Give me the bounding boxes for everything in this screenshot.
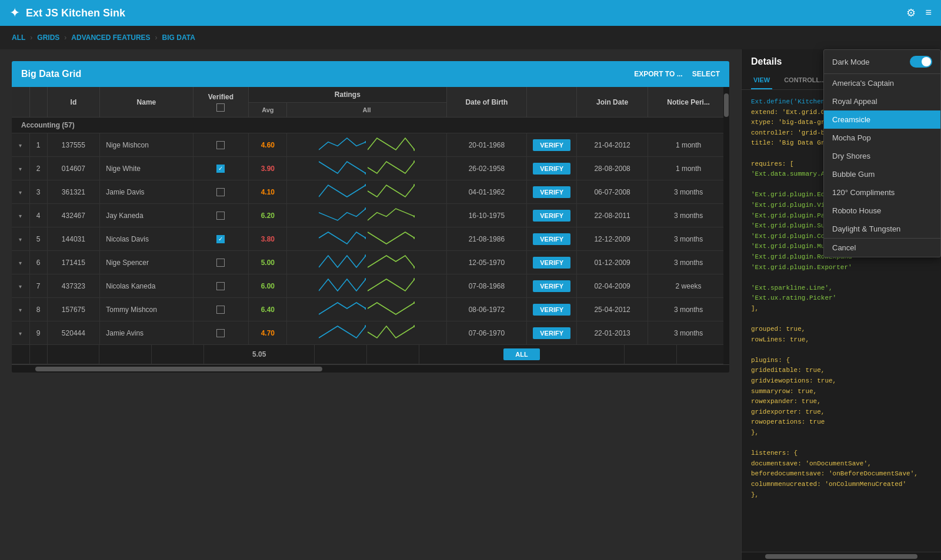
col-header-joindate: Join Date xyxy=(577,87,648,118)
row-id: 432467 xyxy=(47,204,100,227)
cancel-button[interactable]: Cancel xyxy=(824,238,940,257)
row-num: 7 xyxy=(29,274,47,298)
table-row: ▾ 9 520444 Jamie Avins 4.70 07-06-1970 V… xyxy=(12,321,729,345)
expand-cell[interactable]: ▾ xyxy=(12,274,29,298)
export-button[interactable]: EXPORT TO ... xyxy=(634,70,682,78)
breadcrumb-grids[interactable]: GRIDS xyxy=(37,33,59,42)
row-verify-btn[interactable]: VERIFY xyxy=(527,321,577,345)
row-num: 1 xyxy=(29,133,47,157)
verified-checkbox[interactable] xyxy=(216,212,225,220)
row-id: 157675 xyxy=(47,298,100,321)
summary-avg: 5.05 xyxy=(204,345,315,364)
menu-icon[interactable]: ≡ xyxy=(925,6,932,19)
verified-checkbox[interactable] xyxy=(216,141,225,149)
row-id: 361321 xyxy=(47,180,100,204)
dropdown-item[interactable]: Mocha Pop xyxy=(824,129,940,147)
row-verify-btn[interactable]: VERIFY xyxy=(527,274,577,298)
row-verified xyxy=(193,180,249,204)
row-verified xyxy=(193,298,249,321)
row-verify-btn[interactable]: VERIFY xyxy=(527,180,577,204)
row-joindate: 28-08-2008 xyxy=(577,157,648,180)
grid-header: Big Data Grid EXPORT TO ... SELECT xyxy=(12,61,729,87)
row-joindate: 25-04-2012 xyxy=(577,298,648,321)
verified-checkbox[interactable]: ✓ xyxy=(216,235,225,243)
dropdown-item[interactable]: Royal Appeal xyxy=(824,92,940,110)
row-notice: 3 months xyxy=(648,227,729,251)
row-verify-btn[interactable]: VERIFY xyxy=(527,204,577,227)
col-header-notice: Notice Peri... xyxy=(648,87,729,118)
row-sparkline xyxy=(287,321,446,345)
col-header-expand xyxy=(12,87,29,118)
dropdown-item[interactable]: Creamsicle xyxy=(824,110,940,129)
horizontal-scrollbar[interactable] xyxy=(12,364,729,373)
expand-cell[interactable]: ▾ xyxy=(12,180,29,204)
verified-checkbox[interactable] xyxy=(216,259,225,267)
row-verified xyxy=(193,274,249,298)
tab-controller[interactable]: CONTROLL... xyxy=(782,72,827,89)
row-dob: 26-02-1958 xyxy=(446,157,527,180)
row-num: 8 xyxy=(29,298,47,321)
row-dob: 08-06-1972 xyxy=(446,298,527,321)
sencha-icon: ✦ xyxy=(9,5,20,21)
dropdown-item[interactable]: Daylight & Tungsten xyxy=(824,220,940,238)
row-dob: 21-08-1986 xyxy=(446,227,527,251)
row-dob: 07-08-1968 xyxy=(446,274,527,298)
verified-checkbox[interactable] xyxy=(216,329,225,337)
row-verify-btn[interactable]: VERIFY xyxy=(527,251,577,274)
row-num: 6 xyxy=(29,251,47,274)
verified-checkbox[interactable] xyxy=(216,282,225,290)
row-verify-btn[interactable]: VERIFY xyxy=(527,157,577,180)
row-verified xyxy=(193,204,249,227)
bottom-scrollbar-thumb xyxy=(765,554,917,559)
row-verify-btn[interactable]: VERIFY xyxy=(527,133,577,157)
vertical-scrollbar[interactable] xyxy=(723,87,729,364)
dropdown-item[interactable]: Roboto House xyxy=(824,202,940,220)
all-button[interactable]: ALL xyxy=(503,348,539,360)
breadcrumb-all[interactable]: ALL xyxy=(12,33,25,42)
expand-cell[interactable]: ▾ xyxy=(12,133,29,157)
row-joindate: 21-04-2012 xyxy=(577,133,648,157)
expand-cell[interactable]: ▾ xyxy=(12,298,29,321)
row-verified xyxy=(193,321,249,345)
dropdown-item[interactable]: America's Captain xyxy=(824,74,940,92)
breadcrumb-bigdata[interactable]: BIG DATA xyxy=(162,33,195,42)
row-joindate: 02-04-2009 xyxy=(577,274,648,298)
settings-icon[interactable]: ⚙ xyxy=(906,6,916,19)
expand-cell[interactable]: ▾ xyxy=(12,321,29,345)
topbar: ✦ Ext JS Kitchen Sink ⚙ ≡ xyxy=(0,0,941,26)
breadcrumb-advanced[interactable]: ADVANCED FEATURES xyxy=(71,33,150,42)
dropdown-item[interactable]: Dry Shores xyxy=(824,147,940,165)
row-id: 171415 xyxy=(47,251,100,274)
dropdown-item[interactable]: 120° Compliments xyxy=(824,183,940,202)
row-sparkline xyxy=(287,180,446,204)
right-panel-scrollbar[interactable] xyxy=(742,552,941,560)
verified-checkbox[interactable] xyxy=(216,306,225,314)
row-joindate: 22-01-2013 xyxy=(577,321,648,345)
expand-cell[interactable]: ▾ xyxy=(12,227,29,251)
breadcrumb-sep-1: › xyxy=(30,33,32,42)
row-id: 137555 xyxy=(47,133,100,157)
vscroll-thumb xyxy=(724,93,729,117)
row-num: 5 xyxy=(29,227,47,251)
row-id: 014607 xyxy=(47,157,100,180)
dropdown-item[interactable]: Bubble Gum xyxy=(824,165,940,183)
verified-checkbox[interactable]: ✓ xyxy=(216,165,225,173)
row-name: Jamie Avins xyxy=(100,321,193,345)
topbar-left: ✦ Ext JS Kitchen Sink xyxy=(9,5,125,21)
row-notice: 2 weeks xyxy=(648,274,729,298)
expand-cell[interactable]: ▾ xyxy=(12,204,29,227)
row-notice: 3 months xyxy=(648,321,729,345)
breadcrumb-sep-2: › xyxy=(64,33,66,42)
row-verify-btn[interactable]: VERIFY xyxy=(527,227,577,251)
row-sparkline xyxy=(287,227,446,251)
row-verify-btn[interactable]: VERIFY xyxy=(527,298,577,321)
tab-view[interactable]: VIEW xyxy=(751,72,772,89)
expand-cell[interactable]: ▾ xyxy=(12,157,29,180)
verified-all-checkbox[interactable] xyxy=(216,103,225,112)
row-name: Jamie Davis xyxy=(100,180,193,204)
verified-checkbox[interactable] xyxy=(216,188,225,196)
expand-cell[interactable]: ▾ xyxy=(12,251,29,274)
select-button[interactable]: SELECT xyxy=(692,70,720,78)
dark-mode-toggle[interactable] xyxy=(910,56,932,68)
row-notice: 3 months xyxy=(648,180,729,204)
